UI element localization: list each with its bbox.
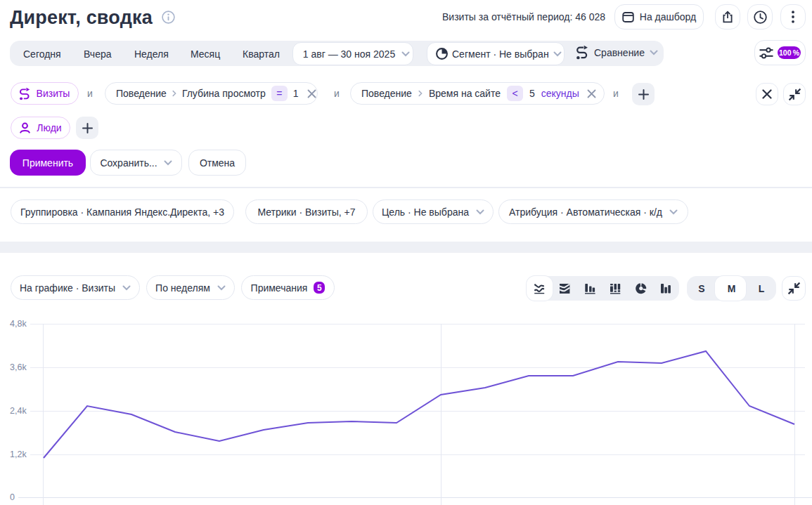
svg-text:0: 0 bbox=[10, 492, 15, 502]
svg-text:4,8k: 4,8k bbox=[10, 319, 27, 329]
svg-text:1,2k: 1,2k bbox=[10, 450, 27, 459]
svg-text:2,4k: 2,4k bbox=[10, 406, 27, 416]
svg-text:3,6k: 3,6k bbox=[10, 362, 27, 372]
